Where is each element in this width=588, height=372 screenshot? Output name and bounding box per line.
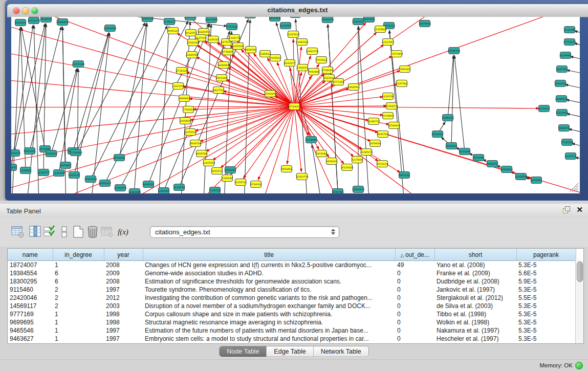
function-builder-icon[interactable]: f(x) — [118, 225, 134, 238]
graph-edge[interactable] — [451, 55, 454, 146]
graph-node[interactable]: 1297562 — [396, 80, 407, 87]
table-row[interactable]: 969969511998Structural magnetic resonanc… — [8, 318, 576, 326]
network-window[interactable]: citations_edges.txt 16619202053137996345… — [5, 0, 588, 201]
graph-node[interactable]: 9692971 — [558, 125, 569, 132]
graph-edge[interactable] — [11, 25, 33, 167]
graph-edge[interactable] — [11, 106, 294, 169]
graph-node[interactable]: 11381111 — [163, 18, 176, 25]
graph-node[interactable]: 16648784 — [448, 48, 460, 54]
graph-node[interactable]: 9862862 — [281, 166, 292, 172]
graph-edge[interactable] — [566, 100, 580, 107]
table-row[interactable]: 946362711997Embryonic stem cells: a mode… — [8, 335, 576, 343]
graph-node[interactable]: 1661920 — [15, 19, 26, 26]
graph-node[interactable]: 1514845 — [306, 137, 316, 143]
network-view[interactable]: 1661920205313799634509149664702105334620… — [11, 17, 580, 193]
graph-node[interactable]: 18226058 — [198, 29, 210, 35]
graph-node[interactable]: 15721825 — [244, 17, 256, 18]
graph-node[interactable]: 9990448 — [308, 69, 319, 75]
graph-node[interactable]: 7462606 — [348, 84, 359, 91]
graph-node[interactable]: 17957253 — [84, 176, 97, 183]
graph-node[interactable]: 8995766 — [377, 131, 388, 138]
graph-edge[interactable] — [87, 33, 110, 193]
graph-node[interactable]: 20691406 — [104, 25, 116, 32]
graph-node[interactable]: 1803044 — [316, 150, 326, 157]
graph-node[interactable]: 8724302 — [250, 181, 261, 188]
graph-node[interactable]: 18724007 — [288, 103, 300, 110]
tab-network-table[interactable]: Network Table — [314, 346, 368, 357]
graph-node[interactable]: 3216354 — [382, 93, 393, 100]
float-window-icon[interactable] — [563, 206, 570, 213]
table-selector-dropdown[interactable]: citations_edges.txt — [150, 226, 339, 238]
graph-node[interactable]: 16154808 — [374, 26, 386, 33]
graph-node[interactable]: 15076939 — [184, 129, 197, 136]
graph-node[interactable]: 17359928 — [70, 149, 82, 156]
graph-node[interactable]: 14966470 — [56, 19, 69, 26]
clear-selection-icon[interactable] — [58, 225, 71, 238]
graph-node[interactable]: 15751074 — [563, 39, 576, 46]
graph-node[interactable]: 8912955 — [185, 30, 196, 36]
graph-node[interactable]: 2367608 — [232, 43, 243, 50]
graph-node[interactable]: 17016504 — [561, 139, 573, 146]
graph-node[interactable]: 8561432 — [114, 155, 124, 161]
graph-node[interactable]: 20485365 — [184, 17, 197, 20]
graph-node[interactable]: 6783918 — [432, 131, 443, 138]
graph-edge[interactable] — [294, 106, 354, 157]
graph-node[interactable]: 9146821 — [259, 51, 270, 57]
graph-node[interactable]: 16952401 — [500, 166, 513, 173]
graph-edge[interactable] — [567, 70, 580, 78]
close-panel-icon[interactable]: ✕ — [576, 206, 583, 213]
graph-node[interactable]: 9153214 — [377, 161, 387, 167]
graph-edge[interactable] — [294, 106, 539, 108]
table-row[interactable]: 1872400712008Changes of HCN gene express… — [8, 261, 576, 270]
graph-edge[interactable] — [21, 27, 45, 149]
graph-node[interactable]: 8604724 — [190, 140, 201, 147]
graph-node[interactable]: 9242844 — [218, 62, 229, 69]
graph-node[interactable]: 1659439 — [369, 140, 380, 147]
graph-node[interactable]: 12093832 — [554, 80, 567, 87]
graph-node[interactable]: 20160351 — [11, 150, 20, 157]
graph-edge[interactable] — [294, 106, 301, 172]
graph-node[interactable]: 16116208 — [341, 164, 353, 171]
show-columns-icon[interactable] — [29, 225, 42, 238]
graph-node[interactable]: 16162874 — [385, 103, 398, 110]
scrollbar-thumb[interactable] — [577, 261, 583, 282]
table-row[interactable]: 1938455462009Genome-wide association stu… — [8, 269, 576, 277]
graph-edge[interactable] — [565, 84, 580, 93]
table-row[interactable]: 1456911722003Disruption of a novel membe… — [8, 302, 576, 310]
graph-node[interactable]: 1145195 — [53, 170, 64, 177]
graph-edge[interactable] — [359, 26, 371, 193]
tab-edge-table[interactable]: Edge Table — [267, 346, 313, 357]
graph-edge[interactable] — [206, 106, 294, 151]
graph-node[interactable]: 14561972 — [352, 186, 364, 193]
column-header-title[interactable]: title — [143, 249, 395, 261]
select-all-icon[interactable] — [43, 225, 56, 238]
graph-node[interactable]: 16549492 — [388, 122, 400, 129]
graph-node[interactable]: 9975487 — [60, 162, 71, 169]
graph-node[interactable]: 1167533 — [565, 153, 576, 160]
graph-node[interactable]: 8813054 — [269, 17, 280, 21]
graph-edge[interactable] — [246, 106, 294, 193]
graph-node[interactable]: 9450122 — [399, 172, 409, 179]
graph-node[interactable]: 9154490 — [382, 113, 393, 119]
graph-edge[interactable] — [51, 17, 227, 26]
graph-node[interactable]: 7485083 — [399, 66, 410, 73]
graph-node[interactable]: 7245246 — [222, 175, 232, 182]
graph-node[interactable]: 16210643 — [556, 110, 568, 116]
graph-edge[interactable] — [11, 106, 294, 107]
graph-node[interactable]: 2718120 — [176, 68, 187, 74]
graph-node[interactable]: 8930740 — [332, 189, 343, 194]
graph-node[interactable]: 19565370 — [141, 17, 154, 22]
graph-node[interactable]: 9560551 — [211, 168, 222, 174]
graph-node[interactable]: 1112048 — [564, 27, 575, 33]
graph-node[interactable]: 12529507 — [352, 18, 364, 25]
graph-node[interactable]: 6794028 — [322, 67, 333, 74]
graph-node[interactable]: 12923448 — [128, 189, 141, 194]
graph-node[interactable]: 8220237 — [284, 60, 295, 67]
network-window-titlebar[interactable]: citations_edges.txt — [7, 4, 588, 17]
graph-node[interactable]: 9846078 — [487, 161, 497, 167]
graph-node[interactable]: 16543382 — [187, 39, 199, 46]
graph-edge[interactable] — [190, 106, 294, 120]
graph-edge[interactable] — [572, 143, 580, 151]
graph-node[interactable]: 9454108 — [326, 158, 337, 165]
graph-node[interactable]: 2087682 — [363, 17, 374, 23]
